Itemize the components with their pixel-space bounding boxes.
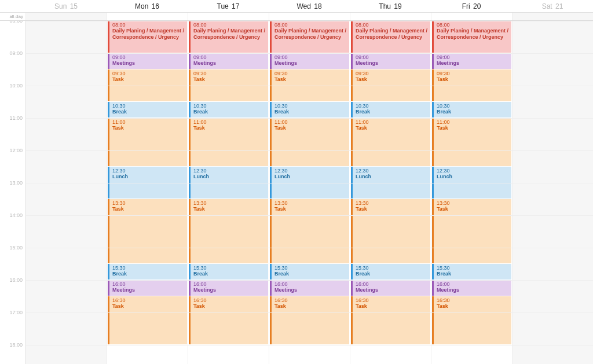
allday-cell[interactable] (269, 13, 350, 20)
calendar-event[interactable]: 10:30Break (270, 102, 349, 117)
day-header[interactable]: Mon 16 (107, 1, 188, 12)
calendar-event[interactable]: 08:00Daily Planing / Management / Corres… (351, 21, 430, 53)
allday-cell[interactable] (188, 13, 269, 20)
calendar-event[interactable]: 11:00Task (432, 118, 511, 166)
calendar-event[interactable]: 11:00Task (351, 118, 430, 166)
allday-cell[interactable] (431, 13, 512, 20)
day-column[interactable]: 08:00Daily Planing / Management / Corres… (107, 21, 188, 364)
day-header[interactable]: Wed 18 (269, 1, 350, 12)
event-time: 08:00 (274, 22, 347, 28)
calendar-event[interactable]: 08:00Daily Planing / Management / Corres… (108, 21, 187, 53)
calendar-event[interactable]: 09:00Meetings (189, 53, 268, 69)
event-time: 12:30 (112, 168, 185, 174)
calendar-event[interactable]: 16:30Task (189, 296, 268, 344)
allday-cell[interactable] (25, 13, 107, 20)
event-title: Daily Planing / Management / Corresponde… (274, 28, 347, 40)
calendar-event[interactable]: 10:30Break (351, 102, 430, 117)
calendar-event[interactable]: 16:30Task (108, 296, 187, 344)
day-header[interactable]: Thu 19 (350, 1, 431, 12)
calendar-event[interactable]: 13:30Task (432, 199, 511, 263)
day-header[interactable]: Sat 21 (512, 1, 593, 12)
time-label: 14:00 (9, 212, 23, 218)
calendar-event[interactable]: 09:00Meetings (270, 53, 349, 69)
day-header[interactable]: Fri 20 (431, 1, 512, 12)
event-title: Task (193, 303, 266, 309)
calendar-event[interactable]: 11:00Task (108, 118, 187, 166)
calendar-event[interactable]: 08:00Daily Planing / Management / Corres… (189, 21, 268, 53)
calendar-event[interactable]: 16:00Meetings (189, 280, 268, 296)
event-time: 15:30 (274, 265, 347, 271)
calendar-event[interactable]: 15:30Break (351, 264, 430, 280)
calendar-event[interactable]: 16:00Meetings (270, 280, 349, 296)
calendar-event[interactable]: 09:00Meetings (351, 53, 430, 69)
calendar-event[interactable]: 16:00Meetings (108, 280, 187, 296)
calendar-event[interactable]: 13:30Task (270, 199, 349, 263)
calendar-event[interactable]: 12:30Lunch (189, 167, 268, 198)
event-title: Task (274, 303, 347, 309)
day-header-dow: Sat (542, 2, 552, 10)
calendar-grid[interactable]: 08:0009:0010:0011:0012:0013:0014:0015:00… (0, 21, 593, 364)
calendar-event[interactable]: 11:00Task (189, 118, 268, 166)
event-time: 12:30 (356, 168, 428, 174)
day-header[interactable]: Sun 15 (25, 1, 107, 12)
calendar-event[interactable]: 15:30Break (108, 264, 187, 280)
event-title: Task (356, 303, 428, 309)
day-column[interactable] (512, 21, 593, 364)
calendar-event[interactable]: 09:00Meetings (432, 53, 511, 69)
event-title: Break (437, 109, 509, 115)
event-title: Daily Planing / Management / Corresponde… (193, 28, 266, 40)
calendar-event[interactable]: 10:30Break (108, 102, 187, 117)
day-column[interactable]: 08:00Daily Planing / Management / Corres… (350, 21, 431, 364)
day-column[interactable]: 08:00Daily Planing / Management / Corres… (269, 21, 350, 364)
calendar-event[interactable]: 09:30Task (108, 69, 187, 101)
allday-cell[interactable] (512, 13, 593, 20)
calendar-event[interactable]: 15:30Break (189, 264, 268, 280)
calendar-event[interactable]: 10:30Break (432, 102, 511, 117)
calendar-week-view: Sun 15Mon 16Tue 17Wed 18Thu 19Fri 20Sat … (0, 0, 593, 364)
calendar-event[interactable]: 09:30Task (432, 69, 511, 101)
calendar-event[interactable]: 15:30Break (432, 264, 511, 280)
calendar-event[interactable]: 09:30Task (270, 69, 349, 101)
calendar-event[interactable]: 08:00Daily Planing / Management / Corres… (432, 21, 511, 53)
allday-cell[interactable] (107, 13, 188, 20)
day-column[interactable]: 08:00Daily Planing / Management / Corres… (188, 21, 269, 364)
calendar-event[interactable]: 16:30Task (351, 296, 430, 344)
event-time: 11:00 (274, 119, 347, 125)
event-time: 09:00 (437, 54, 509, 60)
event-time: 09:30 (437, 71, 509, 76)
calendar-event[interactable]: 16:00Meetings (432, 280, 511, 296)
time-label: 12:00 (9, 148, 23, 153)
calendar-event[interactable]: 16:30Task (270, 296, 349, 344)
event-title: Task (274, 76, 347, 82)
event-title: Lunch (274, 174, 347, 179)
day-column[interactable] (25, 21, 107, 364)
allday-cell[interactable] (350, 13, 431, 20)
calendar-event[interactable]: 11:00Task (270, 118, 349, 166)
calendar-event[interactable]: 12:30Lunch (432, 167, 511, 198)
event-time: 09:30 (356, 71, 428, 76)
calendar-event[interactable]: 09:30Task (351, 69, 430, 101)
event-title: Task (112, 303, 185, 309)
day-header[interactable]: Tue 17 (188, 1, 269, 12)
calendar-event[interactable]: 10:30Break (189, 102, 268, 117)
calendar-event[interactable]: 12:30Lunch (351, 167, 430, 198)
calendar-event[interactable]: 12:30Lunch (270, 167, 349, 198)
event-title: Break (193, 271, 266, 277)
calendar-event[interactable]: 09:00Meetings (108, 53, 187, 69)
calendar-event[interactable]: 16:00Meetings (351, 280, 430, 296)
calendar-event[interactable]: 16:30Task (432, 296, 511, 344)
calendar-event[interactable]: 08:00Daily Planing / Management / Corres… (270, 21, 349, 53)
day-column[interactable]: 08:00Daily Planing / Management / Corres… (431, 21, 512, 364)
calendar-event[interactable]: 09:30Task (189, 69, 268, 101)
event-title: Task (112, 206, 185, 212)
calendar-event[interactable]: 13:30Task (351, 199, 430, 263)
day-header-num: 15 (68, 2, 78, 10)
calendar-event[interactable]: 13:30Task (108, 199, 187, 263)
event-title: Meetings (437, 60, 509, 66)
calendar-event[interactable]: 13:30Task (189, 199, 268, 263)
event-title: Daily Planing / Management / Corresponde… (437, 28, 509, 40)
calendar-event[interactable]: 12:30Lunch (108, 167, 187, 198)
calendar-event[interactable]: 15:30Break (270, 264, 349, 280)
event-title: Lunch (356, 174, 428, 179)
event-time: 15:30 (437, 265, 509, 271)
